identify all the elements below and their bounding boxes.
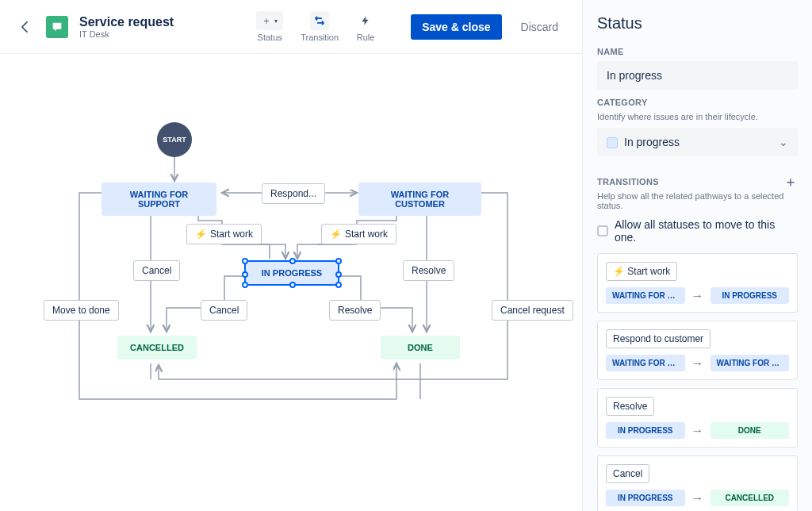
transition-name: Respond to customer <box>606 329 710 348</box>
category-chip-icon <box>607 137 618 148</box>
transition-cancel-2[interactable]: Cancel <box>201 300 247 321</box>
app-icon <box>46 16 68 38</box>
allow-all-checkbox-row[interactable]: Allow all statuses to move to this one. <box>597 218 798 244</box>
transitions-label: TRANSITIONS <box>597 177 659 186</box>
transition-cancel-1[interactable]: Cancel <box>133 260 180 281</box>
start-node[interactable]: START <box>157 122 192 157</box>
sidebar: Status NAME CATEGORY Identify where issu… <box>582 0 812 511</box>
transition-to: CANCELLED <box>710 490 790 506</box>
category-label: CATEGORY <box>597 98 798 107</box>
arrow-right-icon: → <box>691 289 704 303</box>
transition-name: ⚡ Start work <box>606 262 677 281</box>
topbar: Service request IT Desk ＋▾ Status Transi… <box>0 0 582 54</box>
node-waiting-support[interactable]: WAITING FOR SUPPORT <box>102 182 216 216</box>
save-close-button[interactable]: Save & close <box>411 14 501 40</box>
tool-status[interactable]: ＋▾ Status <box>256 11 283 42</box>
name-label: NAME <box>597 47 798 56</box>
allow-all-checkbox[interactable] <box>597 225 608 236</box>
transition-to: IN PROGRESS <box>710 287 790 304</box>
tool-transition[interactable]: Transition <box>301 11 339 42</box>
name-input[interactable] <box>597 61 798 90</box>
arrow-right-icon: → <box>691 356 704 371</box>
back-button[interactable] <box>16 17 35 36</box>
node-in-progress[interactable]: IN PROGRESS <box>244 260 339 286</box>
transition-respond[interactable]: Respond... <box>262 183 325 204</box>
chevron-down-icon: ⌄ <box>779 136 788 148</box>
transition-from: IN PROGRESS <box>606 422 685 439</box>
transition-from: IN PROGRESS <box>606 490 685 506</box>
transition-to: DONE <box>710 422 790 439</box>
arrow-right-icon: → <box>691 424 704 438</box>
node-cancelled[interactable]: CANCELLED <box>117 336 197 359</box>
transition-card[interactable]: CancelIN PROGRESS→CANCELLED <box>597 455 798 511</box>
category-select[interactable]: In progress ⌄ <box>597 128 798 156</box>
add-transition-button[interactable]: ＋ <box>783 172 798 191</box>
node-done[interactable]: DONE <box>381 336 460 359</box>
transition-from: WAITING FOR SUP... <box>606 287 685 304</box>
workflow-canvas[interactable]: START WAITING FOR SUPPORT WAITING FOR CU… <box>0 54 582 511</box>
transition-resolve-1[interactable]: Resolve <box>403 260 454 281</box>
tool-rule[interactable]: Rule <box>356 11 375 42</box>
transition-name: Cancel <box>606 464 649 483</box>
arrow-right-icon: → <box>691 491 704 505</box>
transition-to: WAITING FOR CU... <box>710 355 790 371</box>
transition-from: WAITING FOR SUP... <box>606 355 685 371</box>
node-waiting-customer[interactable]: WAITING FOR CUSTOMER <box>358 182 481 216</box>
category-hint: Identify where issues are in their lifec… <box>597 112 798 121</box>
transition-start-work-1[interactable]: ⚡Start work <box>186 224 262 244</box>
page-subtitle: IT Desk <box>79 29 174 39</box>
transition-move-to-done[interactable]: Move to done <box>44 300 119 321</box>
transition-name: Resolve <box>606 397 654 416</box>
transition-resolve-2[interactable]: Resolve <box>329 300 381 321</box>
transition-card[interactable]: Respond to customerWAITING FOR SUP...→WA… <box>597 321 798 380</box>
sidebar-heading: Status <box>597 14 798 33</box>
transition-start-work-2[interactable]: ⚡Start work <box>321 224 396 244</box>
discard-button[interactable]: Discard <box>513 14 566 40</box>
transition-cancel-request[interactable]: Cancel request <box>492 300 573 321</box>
transitions-hint: Help show all the related pathways to a … <box>597 191 798 210</box>
transition-card[interactable]: ResolveIN PROGRESS→DONE <box>597 388 798 448</box>
transition-card[interactable]: ⚡ Start workWAITING FOR SUP...→IN PROGRE… <box>597 253 798 313</box>
page-title: Service request <box>79 14 174 29</box>
